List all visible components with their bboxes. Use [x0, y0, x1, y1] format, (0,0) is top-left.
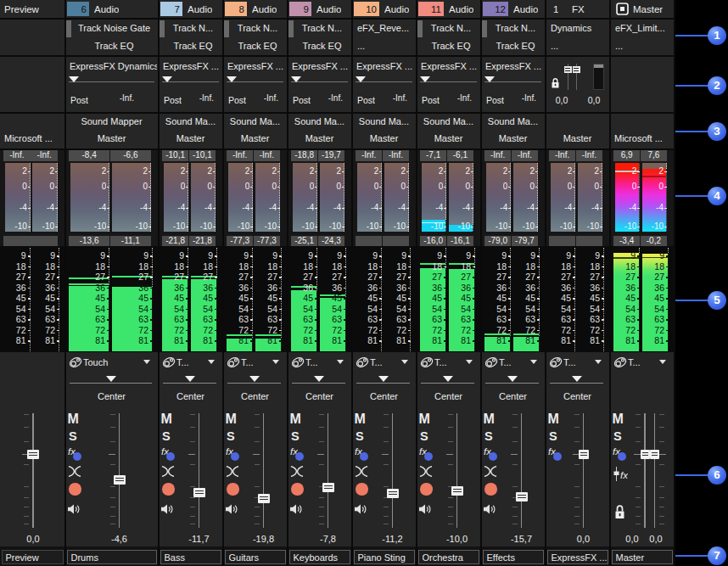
send-name[interactable]: ExpressFX ... [292, 62, 350, 72]
automation-mode-icon[interactable] [291, 356, 305, 372]
send-name[interactable]: ExpressFX ... [356, 62, 415, 72]
send-fader-thumb[interactable] [420, 76, 430, 82]
fx-plugin-item[interactable]: Track N... [294, 24, 350, 34]
scribble-strip[interactable]: Drums [67, 550, 157, 564]
phase-invert-button[interactable] [161, 465, 175, 480]
pan-slider-track[interactable] [550, 383, 603, 384]
pan-slider-track[interactable] [292, 383, 345, 384]
solo-button[interactable]: S [613, 430, 622, 443]
record-arm-button[interactable] [420, 483, 433, 496]
io-output[interactable]: Master [420, 134, 477, 144]
volume-fader-handle[interactable] [641, 450, 650, 459]
solo-button[interactable]: S [291, 430, 300, 443]
fx-list-scrollbar[interactable] [482, 20, 487, 37]
record-arm-button[interactable] [162, 483, 175, 496]
io-output[interactable]: Master [484, 134, 541, 144]
scribble-strip[interactable]: Preview [2, 550, 64, 564]
mini-fader-handle[interactable] [564, 66, 572, 73]
phase-invert-button[interactable] [419, 465, 433, 480]
output-fx-icon[interactable] [613, 467, 620, 485]
solo-button[interactable]: S [69, 430, 77, 443]
pan-slider-track[interactable] [485, 383, 539, 384]
volume-fader-handle[interactable] [451, 486, 463, 496]
pan-slider-thumb[interactable] [106, 376, 116, 382]
io-device[interactable]: Sound Ma... [356, 117, 412, 127]
automation-dropdown-icon[interactable] [530, 360, 537, 364]
scribble-strip[interactable]: Piano Sting [354, 550, 415, 564]
phase-invert-button[interactable] [484, 465, 497, 480]
send-fader-thumb[interactable] [69, 76, 79, 82]
io-device[interactable]: Sound Ma... [227, 117, 283, 127]
mute-button[interactable]: M [484, 412, 495, 426]
solo-button[interactable]: S [356, 430, 364, 443]
mute-button[interactable]: M [613, 412, 624, 426]
automation-dropdown-icon[interactable] [272, 360, 279, 364]
fx-list-scrollbar[interactable] [417, 20, 423, 37]
send-fader-thumb[interactable] [162, 76, 172, 82]
volume-fader-handle[interactable] [322, 483, 334, 492]
volume-fader-handle[interactable] [387, 489, 399, 498]
automation-mode-icon[interactable] [162, 356, 176, 372]
automation-mode-label[interactable]: Touch [83, 358, 142, 368]
record-arm-button[interactable] [69, 483, 81, 496]
automation-mode-icon[interactable] [356, 356, 369, 372]
automation-mode-icon[interactable] [484, 356, 498, 372]
record-arm-button[interactable] [291, 483, 304, 496]
send-name[interactable]: ExpressFX ... [485, 62, 544, 72]
fader-lock-icon[interactable] [613, 504, 626, 524]
send-fader-thumb[interactable] [227, 76, 237, 82]
mute-button[interactable]: M [548, 412, 559, 426]
input-monitor-button[interactable] [419, 502, 432, 518]
volume-fader-handle[interactable] [193, 488, 205, 497]
input-monitor-button[interactable] [290, 502, 303, 518]
fx-plugin-item[interactable]: Track N... [423, 24, 479, 34]
solo-button[interactable]: S [484, 430, 493, 443]
io-device[interactable]: Sound Ma... [291, 117, 348, 127]
pan-slider-track[interactable] [421, 383, 474, 384]
fx-plugin-item[interactable]: Track EQ [488, 42, 543, 52]
io-output[interactable]: Microsoft ... [4, 134, 62, 144]
io-device[interactable]: Sound Ma... [162, 117, 219, 127]
solo-button[interactable]: S [420, 430, 428, 443]
input-monitor-button[interactable] [484, 502, 496, 518]
scribble-strip[interactable]: Guitars [225, 550, 286, 564]
io-output[interactable]: Master [69, 134, 154, 144]
automation-dropdown-icon[interactable] [208, 360, 215, 364]
volume-fader-handle[interactable] [579, 450, 589, 459]
automation-mode-icon[interactable] [69, 356, 82, 372]
volume-fader-handle[interactable] [114, 475, 126, 485]
mute-button[interactable]: M [161, 412, 172, 426]
fx-plugin-item[interactable]: Track EQ [165, 42, 221, 52]
scribble-strip[interactable]: Master [612, 550, 673, 564]
automation-mode-label[interactable]: T... [370, 358, 400, 368]
volume-fader-handle[interactable] [258, 494, 270, 503]
record-arm-button[interactable] [484, 483, 497, 496]
record-arm-button[interactable] [227, 483, 239, 496]
phase-invert-button[interactable] [355, 465, 368, 480]
automation-dropdown-icon[interactable] [143, 360, 150, 364]
fx-list-scrollbar[interactable] [288, 20, 294, 37]
automation-mode-label[interactable]: T... [563, 358, 593, 368]
send-mode[interactable]: Post [164, 96, 182, 105]
send-fader-thumb[interactable] [291, 76, 301, 82]
fx-plugin-item[interactable]: Track N... [230, 24, 285, 34]
fx-list-scrollbar[interactable] [224, 20, 229, 37]
fx-plugin-item[interactable]: Track EQ [72, 42, 156, 52]
automation-mode-label[interactable]: T... [305, 358, 335, 368]
automation-mode-icon[interactable] [613, 356, 627, 372]
solo-button[interactable]: S [162, 430, 171, 443]
automation-dropdown-icon[interactable] [659, 360, 666, 364]
mute-button[interactable]: M [355, 412, 366, 426]
fx-plugin-item[interactable]: ... [551, 42, 608, 52]
fx-plugin-item[interactable]: Track Noise Gate [72, 24, 156, 34]
send-mode[interactable]: Post [486, 96, 504, 105]
phase-invert-button[interactable] [226, 465, 239, 480]
pan-slider-track[interactable] [163, 383, 216, 384]
input-monitor-button[interactable] [226, 502, 238, 518]
send-mode[interactable]: Post [228, 96, 246, 105]
pan-slider-thumb[interactable] [185, 376, 195, 382]
scribble-strip[interactable]: Bass [160, 550, 221, 564]
fx-plugin-item[interactable]: ... [615, 42, 672, 52]
io-output[interactable]: Master [162, 134, 219, 144]
fx-plugin-item[interactable]: ... [357, 42, 414, 52]
